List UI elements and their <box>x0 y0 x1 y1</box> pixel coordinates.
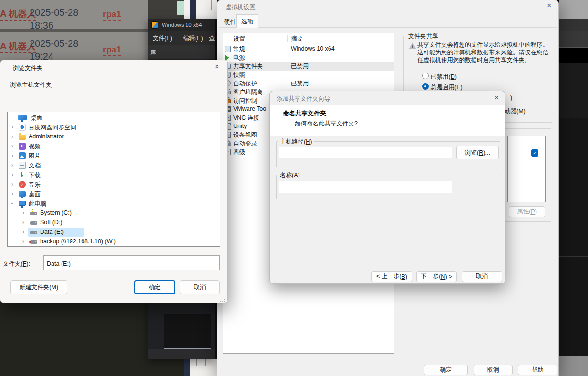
chevron-right-icon[interactable] <box>11 152 13 159</box>
close-icon[interactable]: × <box>547 2 551 10</box>
chevron-right-icon[interactable] <box>22 219 24 226</box>
background-dark-area <box>0 300 149 376</box>
clipped-mapped-drive-text: 动器(M) <box>505 107 526 115</box>
settings-item-general[interactable]: 常规Windows 10 x64 <box>223 45 394 53</box>
record-link[interactable]: rpa1 <box>103 45 121 56</box>
wizard-subheading: 如何命名此共享文件夹? <box>295 120 358 128</box>
drive-icon <box>30 231 37 234</box>
tree-item-baidu-netdisk[interactable]: 百度网盘同步空间 <box>8 123 220 132</box>
vmware-logo-icon <box>151 21 158 29</box>
tree-item-data-e[interactable]: Data (E:) <box>8 228 220 237</box>
chevron-right-icon[interactable] <box>11 162 13 168</box>
minimize-button[interactable]: — <box>559 19 588 31</box>
browse-subtitle: 浏览主机文件夹 <box>10 81 52 89</box>
drive-icon <box>30 221 37 225</box>
vmware-menubar: 文件(F) 编辑(E) 查看 <box>148 31 215 45</box>
chevron-right-icon[interactable] <box>11 190 13 197</box>
vertical-bar <box>190 0 196 19</box>
network-drive-icon: × <box>30 240 37 244</box>
new-folder-button[interactable]: 新建文件夹(M) <box>10 280 67 294</box>
chevron-right-icon[interactable] <box>22 229 24 235</box>
tree-item-downloads[interactable]: 下载 <box>8 170 220 180</box>
downloads-icon <box>19 171 26 178</box>
wizard-heading: 命名共享文件夹 <box>283 109 326 118</box>
background-table: A 机器人 2025-05-2818:36 rpa1 A 机器人 2025-05… <box>0 0 148 62</box>
chevron-right-icon[interactable] <box>22 238 24 245</box>
dialog-title: 虚拟机设置 <box>226 3 256 11</box>
settings-item-power[interactable]: 电源 <box>223 53 394 62</box>
ok-button[interactable]: 确定 <box>134 280 175 294</box>
folder-enabled-checkbox[interactable]: ✓ <box>531 149 538 157</box>
menu-view[interactable]: 查看 <box>209 34 215 42</box>
tree-item-music[interactable]: ♪音乐 <box>8 180 220 189</box>
tree-item-soft-d[interactable]: Soft (D:) <box>8 218 220 228</box>
menu-edit[interactable]: 编辑(E) <box>183 34 203 42</box>
vm-console-base <box>148 349 215 359</box>
share-name-input[interactable] <box>279 181 452 193</box>
scrollbar-fragment <box>177 1 184 15</box>
host-path-input[interactable] <box>279 147 452 158</box>
tree-item-administrator[interactable]: Administrator <box>8 132 220 142</box>
vmware-library-bar: 库 <box>148 45 215 59</box>
browse-folder-dialog: 浏览文件夹 × 浏览主机文件夹 桌面 百度网盘同步空间 Administrato… <box>0 60 228 303</box>
music-icon: ♪ <box>19 181 26 188</box>
chevron-right-icon[interactable] <box>11 124 13 130</box>
record-link[interactable]: rpa1 <box>103 10 121 21</box>
name-legend: 名称(A) <box>278 171 302 179</box>
right-edge-windows: — <box>559 0 588 376</box>
tree-item-desktop-folder[interactable]: 桌面 <box>8 189 220 199</box>
wizard-title: 添加共享文件夹向导 <box>277 95 330 103</box>
ok-button[interactable]: 确定 <box>424 365 468 375</box>
radio-disabled[interactable] <box>422 73 429 79</box>
next-button[interactable]: 下一步(N) > <box>416 271 457 282</box>
tree-item-pictures[interactable]: 图片 <box>8 151 220 161</box>
chevron-right-icon[interactable] <box>22 209 24 216</box>
close-icon[interactable]: × <box>495 94 499 102</box>
chevron-right-icon[interactable] <box>11 181 13 188</box>
chevron-right-icon[interactable] <box>11 133 13 140</box>
properties-button[interactable]: 属性(P) <box>509 206 545 217</box>
shared-folders-list[interactable]: ✓ <box>507 136 546 202</box>
tab-options[interactable]: 选项 <box>236 14 258 28</box>
videos-icon <box>19 143 26 150</box>
back-button[interactable]: < 上一步(B) <box>371 271 412 282</box>
column-header-settings[interactable]: 设置 <box>233 35 245 43</box>
wizard-cancel-button[interactable]: 取消 <box>462 271 502 282</box>
host-path-legend: 主机路径(H) <box>278 138 314 146</box>
help-button[interactable]: 帮助 <box>518 365 557 375</box>
folder-name-input[interactable] <box>43 255 220 270</box>
record-date: 2025-05-2819:24 <box>30 37 78 63</box>
cancel-button[interactable]: 取消 <box>474 365 513 375</box>
vmware-titlebar[interactable]: Windows 10 x64 <box>148 19 215 31</box>
menu-file[interactable]: 文件(F) <box>153 34 172 42</box>
tree-item-system-c[interactable]: System (C:) <box>8 209 220 218</box>
settings-item-shared-folders[interactable]: 共享文件夹已禁用 <box>223 62 394 71</box>
vm-console-thumbnail[interactable] <box>164 314 211 349</box>
desktop-icon <box>18 115 27 120</box>
tree-item-desktop-root[interactable]: 桌面 <box>8 113 220 123</box>
chevron-right-icon[interactable] <box>11 171 13 178</box>
dialog-title: 浏览文件夹 <box>13 64 43 73</box>
system-drive-icon <box>30 212 37 215</box>
close-icon[interactable]: × <box>215 63 219 71</box>
folder-sharing-warning: 共享文件夹会将您的文件显示给虚拟机中的程序。这可能为您的计算机和数据带来风险。请… <box>417 41 553 64</box>
tree-item-backup-w[interactable]: ×backup (\\192.168.1.10) (W:) <box>8 237 220 247</box>
column-header-summary[interactable]: 摘要 <box>291 35 303 43</box>
tree-item-this-pc[interactable]: 此电脑 <box>8 199 220 209</box>
settings-item-snapshots[interactable]: 快照 <box>223 71 394 79</box>
row-divider <box>0 29 148 32</box>
chevron-right-icon[interactable] <box>11 143 13 149</box>
tree-item-videos[interactable]: 视频 <box>8 142 220 151</box>
radio-disabled-label[interactable]: 已禁用(D) <box>431 73 457 81</box>
cancel-button[interactable]: 取消 <box>180 280 220 294</box>
browse-button[interactable]: 浏览(R)... <box>456 146 499 159</box>
resize-grip[interactable] <box>224 299 225 300</box>
this-pc-icon <box>19 201 26 206</box>
folder-field-label: 文件夹(F): <box>3 260 30 268</box>
library-label: 库 <box>150 49 156 57</box>
chevron-expanded-icon[interactable] <box>9 202 16 204</box>
settings-item-autoprotect[interactable]: 自动保护已禁用 <box>223 79 394 88</box>
pictures-icon <box>19 152 26 159</box>
tree-item-documents[interactable]: 文档 <box>8 161 220 170</box>
radio-always-enabled[interactable] <box>422 83 429 90</box>
